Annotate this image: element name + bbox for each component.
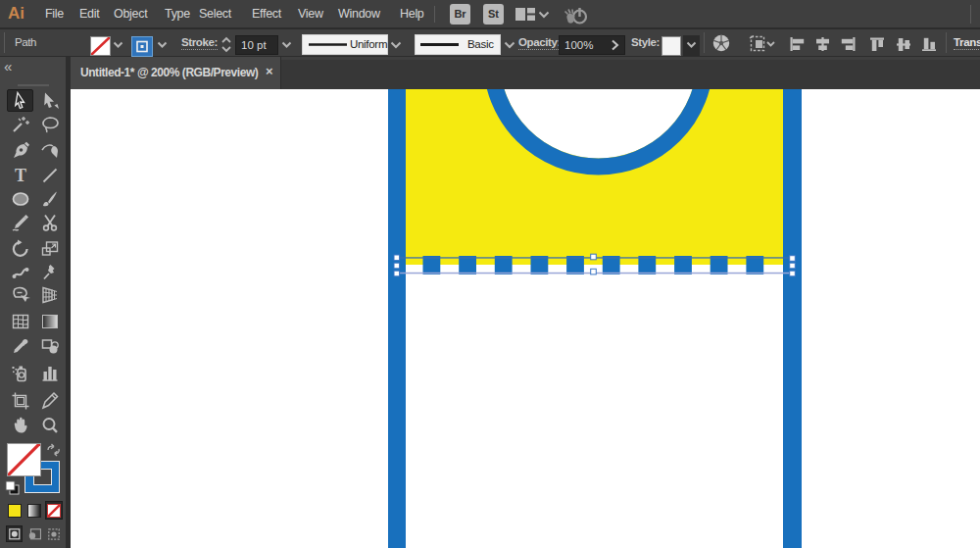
svg-text:T: T — [15, 166, 26, 185]
